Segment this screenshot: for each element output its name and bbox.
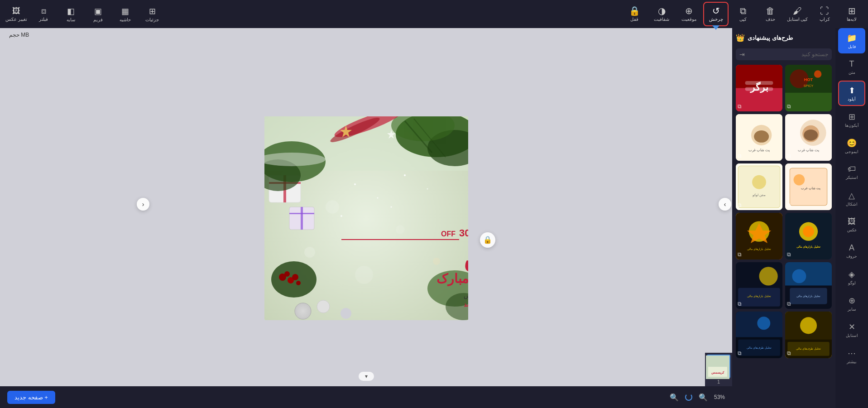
style-panel-button[interactable]: ✕ استایل <box>838 317 865 342</box>
zoom-value: 53% <box>714 394 725 400</box>
delete-label: حذف <box>766 17 775 22</box>
crop-icon: ⛶ <box>820 6 829 15</box>
copy-style-icon: 🖌 <box>793 6 802 15</box>
layers-label: لایه‌ها <box>847 17 857 22</box>
more-panel-button[interactable]: ⋯ بیشتر <box>838 343 865 369</box>
svg-point-79 <box>292 274 298 280</box>
zoom-out-button[interactable]: 🔍 <box>667 392 681 403</box>
sidebar-header: طرح‌های پیشنهادی 👑 <box>736 32 832 44</box>
details-button[interactable]: ⊞ جزئیات <box>139 2 165 26</box>
template-card-10[interactable]: تحلیل بازارهای مالی ⧉ <box>736 262 782 309</box>
other-panel-button[interactable]: ⊕ سایر <box>838 291 865 316</box>
crop-button[interactable]: ⛶ کراپ <box>812 2 837 26</box>
transparency-button[interactable]: ◑ شفافیت <box>649 2 674 26</box>
filter-button[interactable]: ⧈ فیلتر <box>31 2 56 26</box>
svg-rect-71 <box>301 207 303 230</box>
svg-text:به همین مناسبت، بر روی تمام اج: به همین مناسبت، بر روی تمام اجناس <box>464 292 468 299</box>
layers-button[interactable]: ⊞ لایه‌ها <box>839 2 864 26</box>
template-card-4[interactable]: پت شاپ غرب ⧉ <box>736 114 782 161</box>
style-label: استایل <box>846 333 858 338</box>
thumbnail-preview[interactable]: کریسمس <box>707 355 730 378</box>
shapes-icon: △ <box>849 191 855 201</box>
template-nav-left[interactable]: ‹ <box>137 198 149 211</box>
template-nav-right[interactable]: › <box>719 198 731 211</box>
logo-panel-button[interactable]: ◈ لوگو <box>838 264 865 290</box>
main-canvas[interactable]: 30% OFF کریسمس مبارک به همین مناسبت، بر … <box>264 116 468 320</box>
lock-toolbar-label: قفل <box>630 17 638 22</box>
zoom-controls: 🔍 🔍 53% <box>667 392 725 403</box>
search-input[interactable] <box>748 51 828 58</box>
template-card-7[interactable]: تحلیل بازارهای مالی ⧉ <box>785 213 832 259</box>
delete-button[interactable]: 🗑 حذف <box>758 2 783 26</box>
sticker-label: استیکر <box>846 175 858 180</box>
margin-button[interactable]: ▦ حاشیه <box>112 2 138 26</box>
svg-text:پت شاپ غرب: پت شاپ غرب <box>798 148 820 152</box>
frame-button[interactable]: ▣ فریم <box>85 2 110 26</box>
icons-panel-button[interactable]: ⊞ آیکون‌ها <box>838 107 865 132</box>
template-card-3[interactable]: پت شاپ غرب ⧉ <box>785 114 832 161</box>
card9-copy-icon: ⧉ <box>787 301 791 307</box>
style-icon: ✕ <box>849 322 855 332</box>
copy-button[interactable]: ⧉ کپی <box>730 2 756 26</box>
photo-panel-button[interactable]: 🖼 عکس <box>838 212 865 237</box>
card6-copy-icon: ⧉ <box>738 202 742 208</box>
svg-point-22 <box>794 174 805 186</box>
template-card-9[interactable]: تحلیل بازارهای مالی ⧉ <box>785 262 832 309</box>
svg-text:مبارک: مبارک <box>436 272 468 286</box>
position-button[interactable]: ⊕ موقعیت <box>676 2 701 26</box>
template-card-5[interactable]: پت شاپ غرب ⧉ <box>785 163 832 210</box>
svg-text:OFF: OFF <box>441 230 456 238</box>
add-page-label: + صفحه جدید <box>14 394 48 401</box>
text-panel-button[interactable]: T متن <box>838 54 865 80</box>
svg-text:تحلیل طرف‌های مالی: تحلیل طرف‌های مالی <box>747 346 771 350</box>
template-card-8[interactable]: تحلیل بازارهای مالی ⧉ <box>736 213 782 259</box>
card11-copy-icon: ⧉ <box>787 350 791 356</box>
volume-label: MB حجم <box>9 32 29 38</box>
template-card-6[interactable]: مجن لوکو ⧉ <box>736 163 782 210</box>
bottom-bar: 🔍 🔍 53% + صفحه جدید <box>0 386 732 408</box>
rotate-button[interactable]: ↺ چرخش <box>703 2 729 26</box>
change-image-button[interactable]: 🖼 تغییر عکس <box>4 2 29 26</box>
more-icon: ⋯ <box>848 348 856 358</box>
svg-point-42 <box>759 267 778 285</box>
emoji-icon: 😊 <box>847 138 857 148</box>
template-card-2[interactable]: برگر ⧉ <box>736 65 782 111</box>
card2-copy-icon: ⧉ <box>738 103 742 110</box>
svg-text:SPICY: SPICY <box>804 84 814 88</box>
template-card-1[interactable]: HOT SPICY ⧉ <box>785 65 832 111</box>
template-card-11[interactable]: تحلیل طرف‌های مالی ⧉ <box>785 312 832 358</box>
shadow-button[interactable]: ◧ سایه <box>58 2 83 26</box>
templates-sidebar: طرح‌های پیشنهادی 👑 ⇥ HOT SPICY ⧉ برگر <box>732 28 835 408</box>
shapes-panel-button[interactable]: △ اشکال <box>838 186 865 211</box>
filter-icon: ⧈ <box>41 6 46 16</box>
svg-text:مجن لوکو: مجن لوکو <box>752 193 766 197</box>
lock-floating-button[interactable]: 🔒 <box>480 232 495 248</box>
add-page-button[interactable]: + صفحه جدید <box>7 391 55 404</box>
file-panel-button[interactable]: 📁 فایل <box>838 28 865 53</box>
copy-style-button[interactable]: 🖌 کپی استایل <box>785 2 810 26</box>
transparency-label: شفافیت <box>654 17 669 22</box>
svg-text:تحلیل بازارهای مالی: تحلیل بازارهای مالی <box>796 245 820 249</box>
svg-point-104 <box>340 215 342 217</box>
svg-point-78 <box>284 271 290 277</box>
svg-point-84 <box>340 308 351 319</box>
card3-copy-icon: ⧉ <box>787 153 791 159</box>
sticker-panel-button[interactable]: 🏷 استیکر <box>838 159 865 185</box>
upload-panel-button[interactable]: ⬆ آپلود <box>838 81 865 106</box>
emoji-panel-button[interactable]: 😊 ایموجی <box>838 133 865 158</box>
filter-icon[interactable]: ⇥ <box>739 51 745 58</box>
letters-panel-button[interactable]: A حروف <box>838 238 865 264</box>
canvas-wrapper[interactable]: 30% OFF کریسمس مبارک به همین مناسبت، بر … <box>264 116 468 320</box>
photo-label: عکس <box>847 228 857 232</box>
zoom-in-button[interactable]: 🔍 <box>696 392 710 403</box>
svg-point-102 <box>404 174 406 176</box>
template-card-12[interactable]: تحلیل طرف‌های مالی ⧉ <box>736 312 782 358</box>
logo-icon: ◈ <box>849 269 855 279</box>
lock-toolbar-button[interactable]: 🔒 قفل <box>622 2 647 26</box>
svg-text:پت شاپ غرب: پت شاپ غرب <box>748 148 770 152</box>
svg-point-30 <box>803 226 814 237</box>
collapse-button[interactable]: ▾ <box>359 372 374 381</box>
frame-label: فریم <box>93 17 103 22</box>
more-label: بیشتر <box>847 360 857 364</box>
card4-copy-icon: ⧉ <box>738 153 742 159</box>
